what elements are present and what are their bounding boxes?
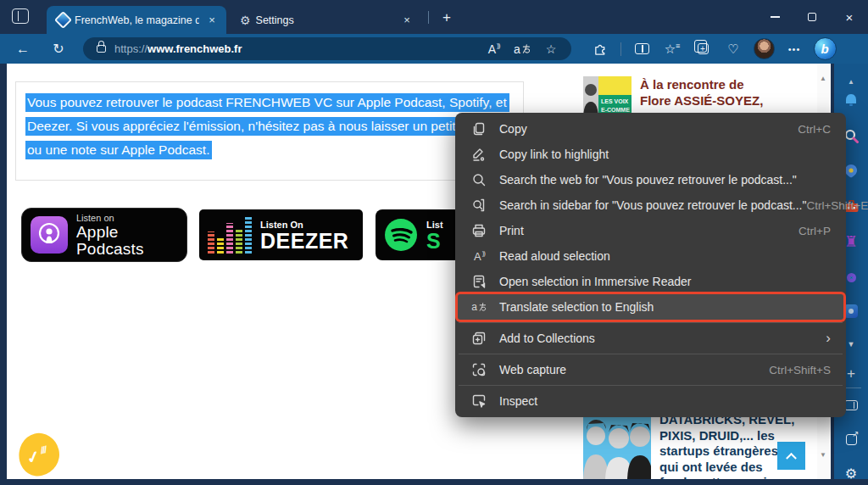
menu-separator	[459, 385, 843, 386]
scrollbar-up-icon[interactable]: ▲	[817, 72, 829, 84]
sidebar-open-external-icon[interactable]: ↗	[834, 426, 868, 452]
collections-add-icon	[470, 332, 487, 345]
tab-title: FrenchWeb, le magazine de l'éco	[75, 14, 199, 26]
svg-text:E-COMME: E-COMME	[601, 107, 630, 113]
menu-item-immersive-reader[interactable]: Open selection in Immersive Reader	[458, 269, 843, 294]
extensions-button[interactable]	[587, 37, 614, 61]
menu-item-print[interactable]: Print Ctrl+P	[458, 218, 843, 243]
split-screen-button[interactable]	[628, 37, 655, 61]
article-thumbnail	[583, 412, 651, 479]
tab-actions-menu-icon[interactable]	[12, 8, 29, 24]
menu-item-inspect[interactable]: Inspect	[458, 388, 843, 414]
spotify-icon	[384, 218, 418, 252]
scrollbar-down-icon[interactable]: ▼	[817, 449, 829, 460]
toolbar: ← ↻ https://www.frenchweb.fr A)) a ☆ ☆≡ …	[0, 34, 868, 64]
url-scheme: https://	[114, 42, 147, 55]
read-aloud-waves-icon: ))	[497, 42, 499, 49]
selection-line: Vous pouvez retrouver le podcast FRENCHW…	[25, 93, 523, 112]
sidebar-notifications-bell-icon[interactable]	[834, 87, 868, 113]
favorites-star-icon: ☆	[665, 42, 676, 57]
minimize-button[interactable]	[756, 0, 793, 34]
tab-close-icon[interactable]: ×	[204, 13, 220, 28]
chevron-up-icon	[786, 453, 797, 464]
favorites-lines-icon: ≡	[676, 42, 680, 50]
split-screen-icon	[635, 43, 649, 54]
url-text: https://www.frenchweb.fr	[114, 42, 481, 55]
window-bottom-edge	[0, 479, 868, 485]
profile-avatar	[754, 38, 775, 59]
tab-settings[interactable]: ⚙ Settings ×	[230, 6, 421, 34]
collections-icon: +	[698, 43, 709, 54]
scroll-to-top-button[interactable]	[777, 442, 805, 470]
menu-item-copy-link-to-highlight[interactable]: Copy link to highlight	[458, 142, 843, 167]
context-menu: Copy Ctrl+C Copy link to highlight Searc…	[455, 113, 846, 417]
close-button[interactable]: ×	[831, 0, 868, 34]
print-icon	[470, 224, 487, 237]
maximize-button[interactable]	[793, 0, 831, 34]
immersive-reader-icon	[470, 275, 487, 288]
copy-icon	[470, 122, 487, 136]
bing-chat-button[interactable]: b	[811, 37, 838, 61]
browser-window: FrenchWeb, le magazine de l'éco × ⚙ Sett…	[0, 0, 868, 485]
menu-item-read-aloud[interactable]: A)) Read aloud selection	[458, 243, 843, 269]
selection-line: ou une note sur Apple Podcast.	[25, 141, 523, 159]
hiragana-icon	[521, 43, 531, 54]
deezer-badge[interactable]: Listen On DEEZER	[199, 209, 363, 260]
web-capture-icon	[470, 363, 487, 376]
tab-divider	[428, 11, 429, 24]
cookie-consent-badge[interactable]: ✓ ///	[14, 429, 64, 479]
menu-separator	[459, 354, 843, 354]
menu-item-copy[interactable]: Copy Ctrl+C	[458, 116, 843, 142]
favorites-button[interactable]: ☆≡	[659, 37, 686, 61]
collections-button[interactable]: +	[689, 37, 716, 61]
title-bar: FrenchWeb, le magazine de l'éco × ⚙ Sett…	[0, 0, 868, 34]
apple-podcasts-icon	[31, 216, 68, 254]
deezer-equalizer-icon	[208, 216, 252, 254]
svg-text:LES VOIX: LES VOIX	[601, 98, 629, 104]
menu-item-web-capture[interactable]: Web capture Ctrl+Shift+S	[458, 357, 843, 382]
address-bar[interactable]: https://www.frenchweb.fr A)) a ☆	[83, 37, 571, 60]
browser-essentials-button[interactable]: ♡	[720, 37, 747, 61]
menu-separator	[459, 322, 843, 323]
frenchweb-favicon	[54, 11, 72, 29]
translate-icon: a	[470, 301, 487, 313]
apple-podcasts-badge[interactable]: Listen on Apple Podcasts	[21, 208, 187, 262]
menu-item-translate-selection[interactable]: a Translate selection to English	[458, 294, 843, 320]
menu-item-search-web[interactable]: Search the web for "Vous pouvez retrouve…	[458, 167, 843, 192]
slashes-icon: ///	[39, 444, 47, 455]
lock-icon	[97, 45, 106, 53]
read-aloud-button[interactable]: A))	[481, 39, 505, 59]
tab-frenchweb[interactable]: FrenchWeb, le magazine de l'éco ×	[47, 6, 226, 34]
bing-icon: b	[814, 37, 837, 60]
menu-item-search-sidebar[interactable]: Search in sidebar for "Vous pouvez retro…	[458, 192, 843, 218]
refresh-button[interactable]: ↻	[46, 37, 71, 61]
settings-menu-button[interactable]: •••	[781, 37, 808, 61]
copy-link-highlight-icon	[470, 148, 487, 161]
search-sidebar-icon	[470, 198, 487, 212]
window-controls: ×	[756, 0, 868, 34]
toolbar-divider	[620, 42, 621, 56]
settings-gear-icon: ⚙	[240, 14, 251, 27]
selected-paragraph: Vous pouvez retrouver le podcast FRENCHW…	[15, 81, 524, 181]
read-aloud-icon: A))	[470, 250, 487, 263]
selection-line: Deezer. Si vous appréciez l'émission, n'…	[25, 117, 523, 136]
translate-button[interactable]: a	[510, 39, 534, 59]
profile-button[interactable]	[750, 37, 777, 61]
new-tab-button[interactable]: +	[436, 7, 458, 29]
back-button[interactable]: ←	[10, 37, 36, 61]
inspect-icon	[470, 394, 487, 408]
tab-close-icon[interactable]: ×	[399, 13, 415, 28]
submenu-chevron-icon: ›	[826, 332, 831, 344]
favorite-star-icon[interactable]: ☆	[539, 39, 563, 59]
url-host: www.frenchweb.fr	[147, 42, 242, 55]
tab-title: Settings	[256, 14, 394, 26]
search-icon	[470, 173, 487, 187]
menu-item-add-to-collections[interactable]: Add to Collections ›	[458, 326, 843, 351]
